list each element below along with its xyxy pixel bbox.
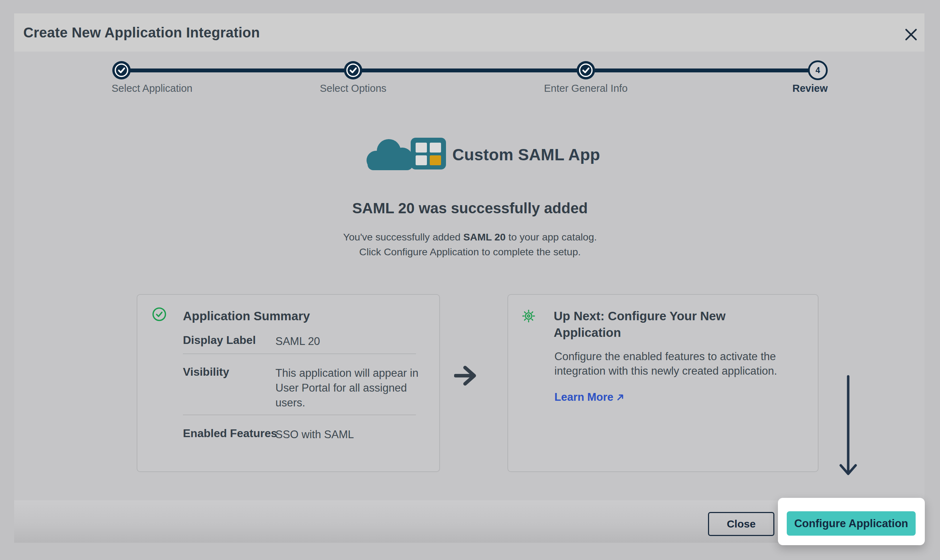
step-label-review: Review <box>686 83 828 94</box>
learn-more-label: Learn More <box>554 391 613 403</box>
step-2-marker-complete <box>343 60 363 80</box>
down-arrow-icon <box>838 375 858 480</box>
step-3-marker-complete <box>576 60 596 80</box>
close-icon[interactable] <box>901 25 921 45</box>
success-heading: SAML 20 was successfully added <box>0 200 940 217</box>
row-divider <box>183 414 416 415</box>
next-card-body: Configure the enabled features to activa… <box>554 349 788 378</box>
check-circle-icon <box>576 60 596 80</box>
modal-title: Create New Application Integration <box>23 25 260 41</box>
custom-saml-app-logo-icon <box>366 137 447 172</box>
success-line2: Click Configure Application to complete … <box>359 246 580 257</box>
success-subtext: You've successfully added SAML 20 to you… <box>0 229 940 259</box>
modal-header: Create New Application Integration <box>14 14 925 52</box>
check-circle-icon <box>112 60 131 80</box>
step-label-enter-general-info: Enter General Info <box>515 83 657 94</box>
success-line1-appname: SAML 20 <box>463 231 506 243</box>
summary-row-label: Visibility <box>183 365 229 378</box>
close-button[interactable]: Close <box>708 512 774 536</box>
summary-row-label: Display Label <box>183 334 255 347</box>
check-circle-icon <box>343 60 363 80</box>
right-arrow-icon <box>454 366 477 387</box>
next-card-title: Up Next: Configure Your New Application <box>554 308 758 341</box>
stepper-track <box>122 69 818 72</box>
summary-row-label: Enabled Features <box>183 427 277 440</box>
application-summary-card: Application Summary Display Label SAML 2… <box>137 294 440 472</box>
create-application-modal: Create New Application Integration 4 Sel… <box>0 0 940 560</box>
step-label-select-application: Select Application <box>112 83 192 94</box>
app-logo: Custom SAML App <box>366 137 600 172</box>
step-4-number: 4 <box>808 60 828 80</box>
success-check-icon <box>152 307 167 323</box>
summary-row-value: SSO with SAML <box>275 427 427 442</box>
success-line1-prefix: You've successfully added <box>343 231 463 243</box>
app-logo-text: Custom SAML App <box>452 145 600 164</box>
summary-row-value: SAML 20 <box>275 334 427 349</box>
configure-button-spotlight: Configure Application <box>778 498 925 545</box>
summary-row-value: This application will appear in User Por… <box>275 366 427 410</box>
up-next-card: Up Next: Configure Your New Application … <box>508 294 818 472</box>
step-1-marker-complete <box>112 60 131 80</box>
configure-application-button[interactable]: Configure Application <box>787 511 915 535</box>
success-line1-suffix: to your app catalog. <box>506 231 597 243</box>
external-link-arrow-icon <box>616 393 625 402</box>
row-divider <box>183 354 416 354</box>
step-label-select-options: Select Options <box>283 83 424 94</box>
summary-card-title: Application Summary <box>183 308 310 324</box>
step-4-marker-current: 4 <box>808 60 828 80</box>
gear-icon <box>522 309 536 325</box>
learn-more-link[interactable]: Learn More <box>554 391 625 403</box>
